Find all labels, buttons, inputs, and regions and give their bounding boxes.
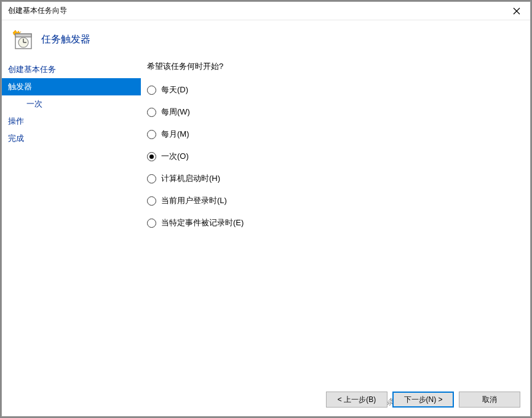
close-button[interactable] [502, 2, 530, 20]
wizard-content: 希望该任务何时开始? 每天(D) 每周(W) 每月(M) 一次(O) 计算机启动… [141, 61, 530, 375]
option-startup[interactable]: 计算机启动时(H) [147, 173, 518, 184]
radio-label: 计算机启动时(H) [161, 173, 220, 184]
content-heading: 希望该任务何时开始? [147, 61, 518, 72]
option-daily[interactable]: 每天(D) [147, 84, 518, 95]
radio-label: 每天(D) [161, 84, 188, 95]
option-logon[interactable]: 当前用户登录时(L) [147, 195, 518, 206]
wizard-body: 创建基本任务 触发器 一次 操作 完成 希望该任务何时开始? 每天(D) 每周(… [2, 61, 530, 375]
wizard-header: 任务触发器 [2, 20, 530, 61]
window-title: 创建基本任务向导 [8, 6, 67, 16]
cancel-button[interactable]: 取消 [459, 392, 520, 408]
sidebar-item-action[interactable]: 操作 [2, 113, 141, 130]
radio-icon[interactable] [147, 196, 156, 206]
radio-label: 当前用户登录时(L) [161, 195, 227, 206]
radio-icon[interactable] [147, 108, 156, 117]
radio-icon[interactable] [147, 219, 156, 228]
radio-label: 一次(O) [161, 151, 189, 162]
back-button[interactable]: < 上一步(B) [326, 392, 387, 408]
option-event[interactable]: 当特定事件被记录时(E) [147, 217, 518, 228]
page-title: 任务触发器 [41, 33, 90, 46]
radio-label: 每周(W) [161, 107, 190, 118]
radio-icon[interactable] [147, 130, 156, 139]
titlebar: 创建基本任务向导 [2, 2, 530, 20]
wizard-sidebar: 创建基本任务 触发器 一次 操作 完成 [2, 61, 141, 375]
wizard-window: 创建基本任务向导 任务触发器 创建基本任务 触发器 一次 操作 完成 [1, 1, 531, 417]
svg-rect-4 [15, 34, 31, 37]
task-scheduler-icon [12, 29, 33, 50]
radio-label: 每月(M) [161, 129, 189, 140]
wizard-footer: < 上一步(B) 下一步(N) > 取消 [316, 383, 530, 416]
sidebar-item-finish[interactable]: 完成 [2, 130, 141, 147]
option-weekly[interactable]: 每周(W) [147, 107, 518, 118]
radio-icon[interactable] [147, 174, 156, 183]
radio-label: 当特定事件被记录时(E) [161, 217, 244, 228]
option-once[interactable]: 一次(O) [147, 151, 518, 162]
sidebar-subitem-once[interactable]: 一次 [2, 95, 141, 113]
next-button[interactable]: 下一步(N) > [392, 392, 454, 408]
radio-icon[interactable] [147, 86, 156, 95]
close-icon [513, 7, 520, 15]
radio-icon[interactable] [147, 152, 156, 161]
option-monthly[interactable]: 每月(M) [147, 129, 518, 140]
sidebar-item-create-task[interactable]: 创建基本任务 [2, 61, 141, 78]
sidebar-item-trigger[interactable]: 触发器 [2, 78, 141, 95]
